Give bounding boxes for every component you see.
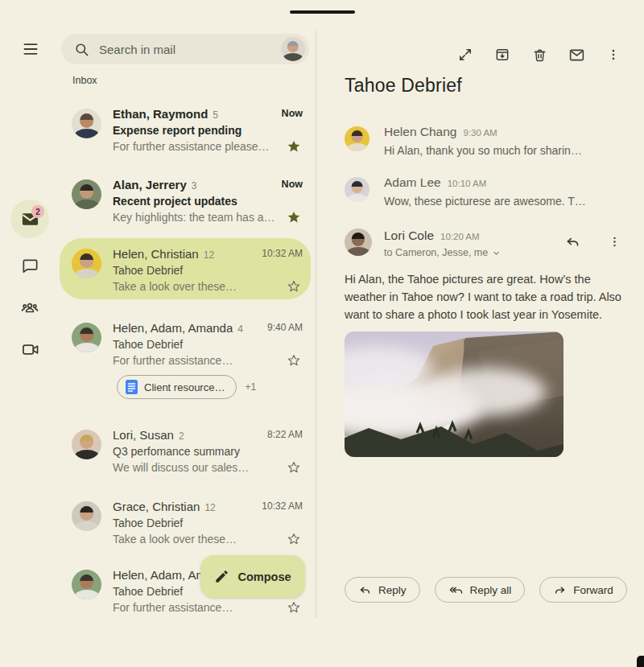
email-row-selected[interactable]: Helen, Christian12 Tahoe Debrief Take a … [60, 247, 311, 297]
search-placeholder: Search in mail [99, 43, 281, 56]
chat-icon [21, 257, 39, 275]
email-sender: Alan, Jerrery [113, 178, 187, 191]
email-count: 2 [179, 430, 184, 442]
attachment-chip[interactable]: Client resource… [117, 375, 237, 399]
email-snippet: Key highlights: the team has a… [113, 211, 248, 224]
email-snippet: For further assistance please… [113, 140, 248, 153]
expand-button[interactable] [456, 45, 475, 64]
message-avatar [345, 126, 369, 151]
sender-avatar [72, 430, 101, 459]
message-from: Adam Lee [384, 175, 441, 190]
message-snippet: Wow, these picturese are awesome. T… [384, 195, 624, 208]
email-snippet: For further assistance… [113, 601, 248, 614]
screen-corner-artifact [637, 656, 644, 667]
archive-button[interactable] [493, 45, 512, 64]
message-time: 9:30 AM [463, 128, 497, 138]
email-time: 10:32 AM [262, 248, 303, 259]
email-subject: Expense report pending [113, 124, 248, 137]
email-snippet: Take a look over these… [113, 533, 248, 546]
star-outline-icon[interactable] [287, 279, 301, 294]
email-sender: Helen, Adam, Amanda [113, 321, 233, 335]
email-sender: Grace, Christian [113, 500, 200, 513]
reply-button[interactable]: Reply [345, 577, 420, 603]
email-subject: Tahoe Debrief [113, 338, 248, 351]
sidebar-item-spaces[interactable] [10, 288, 49, 327]
email-subject: Tahoe Debrief [113, 517, 248, 529]
email-row[interactable]: Helen, Adam, Amanda4 Tahoe Debrief For f… [60, 321, 311, 371]
email-sender: Ethan, Raymond [113, 107, 208, 121]
email-snippet: We will discuss our sales… [113, 461, 248, 474]
star-outline-icon[interactable] [287, 353, 301, 368]
reply-all-icon [448, 583, 464, 597]
delete-button[interactable] [530, 45, 549, 64]
message-snippet: Hi Alan, thank you so much for sharin… [384, 144, 624, 157]
sender-avatar [72, 323, 101, 352]
account-avatar[interactable] [281, 37, 305, 61]
email-row[interactable]: Ethan, Raymond5 Expense report pending F… [60, 107, 311, 157]
document-icon [126, 380, 138, 394]
reply-icon [564, 233, 581, 250]
reply-all-button[interactable]: Reply all [435, 577, 526, 603]
pane-divider [316, 31, 316, 618]
star-icon[interactable] [287, 210, 301, 224]
more-vert-icon [606, 47, 621, 62]
chevron-down-icon [492, 249, 501, 257]
email-time: Now [282, 179, 303, 190]
email-count: 12 [204, 249, 214, 261]
message-body: Hi Alan, the Tahoe pictures are great. H… [345, 270, 622, 323]
message-expanded-header: Lori Cole10:20 AM to Cameron, Jesse, me [345, 229, 624, 258]
compose-button[interactable]: Compose [200, 555, 305, 598]
inbox-label: Inbox [72, 75, 97, 86]
forward-label: Forward [573, 584, 613, 596]
email-subject: Tahoe Debrief [113, 264, 248, 277]
star-outline-icon[interactable] [287, 460, 301, 475]
forward-button[interactable]: Forward [539, 577, 627, 603]
email-snippet: Take a look over these… [113, 280, 248, 293]
email-sender: Lori, Susan [113, 428, 174, 442]
message-more-button[interactable] [605, 232, 624, 251]
sidebar-item-mail[interactable]: 2 [10, 200, 49, 238]
search-icon [74, 42, 89, 57]
search-input[interactable]: Search in mail [61, 34, 309, 64]
sender-avatar [72, 501, 101, 531]
email-subject: Recent project updates [113, 195, 248, 208]
more-vert-icon [608, 235, 621, 249]
attachment-label: Client resource… [144, 381, 225, 393]
email-row[interactable]: Grace, Christian12 Tahoe Debrief Take a … [60, 500, 311, 550]
yosemite-photo[interactable] [345, 331, 564, 457]
recipients-label: to Cameron, Jesse, me [384, 247, 488, 258]
star-outline-icon[interactable] [287, 532, 301, 546]
email-time: 9:40 AM [267, 322, 303, 333]
mark-unread-button[interactable] [567, 45, 586, 64]
camera-bar [290, 10, 355, 14]
message-time: 10:10 AM [448, 179, 487, 188]
email-subject: Q3 perfomance summary [113, 445, 248, 458]
star-outline-icon[interactable] [287, 600, 301, 615]
email-row[interactable]: Lori, Susan2 Q3 perfomance summary We wi… [60, 428, 311, 478]
reply-label: Reply [378, 584, 407, 596]
envelope-icon [568, 47, 585, 64]
email-sender: Helen, Christian [113, 247, 199, 261]
star-icon[interactable] [287, 139, 301, 154]
email-time: 10:32 AM [262, 500, 303, 512]
forward-icon [553, 583, 567, 597]
message-collapsed[interactable]: Helen Chang9:30 AM Hi Alan, thank you so… [345, 125, 624, 157]
message-from: Helen Chang [384, 125, 456, 139]
archive-icon [494, 47, 510, 63]
reply-button[interactable] [563, 232, 582, 251]
email-count: 12 [204, 502, 215, 513]
email-count: 4 [237, 323, 243, 335]
message-avatar [345, 229, 372, 256]
trash-icon [532, 47, 547, 63]
sender-avatar [72, 109, 101, 138]
message-collapsed[interactable]: Adam Lee10:10 AM Wow, these picturese ar… [345, 175, 624, 208]
menu-button[interactable] [19, 39, 43, 60]
compose-label: Compose [237, 570, 291, 583]
more-options-button[interactable] [604, 45, 623, 64]
attachment-extra-count[interactable]: +1 [245, 381, 256, 393]
sidebar-item-meet[interactable] [10, 330, 49, 368]
reply-icon [358, 583, 372, 597]
sidebar-item-chat[interactable] [10, 246, 49, 285]
thread-title: Tahoe Debrief [345, 75, 462, 97]
email-row[interactable]: Alan, Jerrery3 Recent project updates Ke… [60, 178, 311, 228]
